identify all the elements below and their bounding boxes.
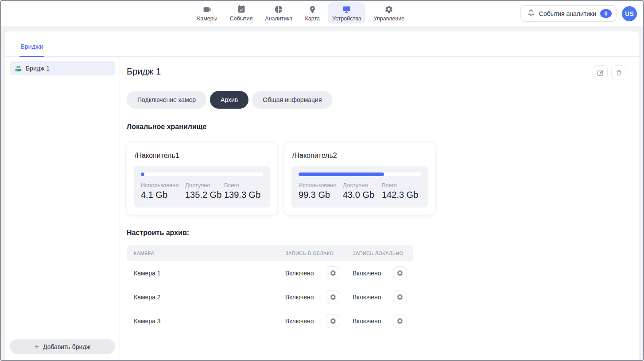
cloud-record-settings-button[interactable]: [326, 314, 340, 328]
drive-name: /Накопитель1: [134, 152, 270, 160]
available-value: 135.2 Gb: [185, 190, 224, 200]
available-value: 43.0 Gb: [343, 190, 382, 200]
header-right: События аналитики 0 US: [520, 5, 637, 22]
panel-body: Бридж 1 + Добавить бридж Бридж 1: [5, 57, 639, 360]
table-row: Камера 1 Включено Включено: [127, 261, 413, 285]
gear-icon: [330, 294, 337, 301]
trash-icon: [615, 69, 622, 76]
title-actions: [593, 65, 626, 80]
used-label: Использовано: [299, 182, 343, 188]
nav-item-management[interactable]: Управление: [370, 2, 409, 24]
cloud-record-status: Включено: [285, 318, 314, 325]
table-header-row: КАМЕРА ЗАПИСЬ В ОБЛАКО ЗАПИСЬ ЛОКАЛЬНО: [127, 245, 413, 261]
monitor-icon: [342, 4, 351, 14]
router-icon: [15, 65, 22, 72]
total-value: 142.3 Gb: [382, 190, 421, 200]
edit-icon: [597, 69, 604, 77]
devices-panel: Бриджи Бридж 1 + Добавить бридж: [5, 31, 639, 360]
nav-label: Управление: [374, 16, 405, 22]
total-label: Всего: [382, 182, 421, 188]
nav-item-analytics[interactable]: Аналитика: [261, 2, 296, 24]
gear-icon: [330, 270, 337, 277]
storage-heading: Локальное хранилище: [127, 123, 626, 131]
column-header-local: ЗАПИСЬ ЛОКАЛЬНО: [353, 251, 413, 256]
archive-table: КАМЕРА ЗАПИСЬ В ОБЛАКО ЗАПИСЬ ЛОКАЛЬНО К…: [127, 245, 413, 333]
title-row: Бридж 1: [127, 65, 626, 80]
nav-label: Карта: [305, 16, 319, 22]
storage-progress-bar: [299, 173, 421, 176]
used-value: 4.1 Gb: [141, 190, 185, 200]
cloud-record-status: Включено: [285, 294, 314, 301]
storage-progress-bar: [141, 173, 263, 176]
drive-name: /Накопитель2: [291, 152, 428, 160]
bridges-sidebar: Бридж 1 + Добавить бридж: [5, 57, 120, 360]
tab-camera-connection[interactable]: Подключение камер: [127, 91, 206, 109]
cloud-record-status: Включено: [285, 270, 314, 277]
nav-label: Камеры: [197, 16, 217, 22]
nav-item-devices[interactable]: Устройства: [328, 2, 365, 24]
gear-icon: [396, 294, 403, 301]
map-pin-icon: [308, 4, 317, 14]
local-record-settings-button[interactable]: [393, 290, 407, 304]
analytics-events-label: События аналитики: [539, 10, 596, 17]
drive-card-1: /Накопитель1 Использовано 4.1 Gb: [127, 143, 277, 215]
drive-stats: Использовано 99.3 Gb Доступно 43.0 Gb Вс…: [291, 166, 428, 208]
nav-item-events[interactable]: События: [226, 2, 257, 24]
bridge-item-label: Бридж 1: [26, 65, 50, 72]
used-value: 99.3 Gb: [299, 190, 343, 200]
edit-bridge-button[interactable]: [593, 65, 608, 80]
total-value: 139.3 Gb: [224, 190, 263, 200]
used-label: Использовано: [141, 182, 185, 188]
column-header-cloud: ЗАПИСЬ В ОБЛАКО: [285, 251, 353, 256]
tab-archive[interactable]: Архив: [210, 91, 248, 109]
tab-general-info[interactable]: Общая информация: [252, 91, 332, 109]
sidebar-item-bridge-1[interactable]: Бридж 1: [10, 61, 115, 75]
analytics-events-button[interactable]: События аналитики 0: [520, 5, 617, 22]
local-record-status: Включено: [353, 270, 381, 277]
main-nav: Камеры События Аналитика Карта: [193, 2, 408, 24]
nav-item-cameras[interactable]: Камеры: [193, 2, 221, 24]
bell-icon: [527, 9, 535, 18]
cloud-record-settings-button[interactable]: [326, 290, 340, 304]
available-label: Доступно: [185, 182, 224, 188]
sidebar-spacer: [10, 75, 115, 339]
drive-card-2: /Накопитель2 Использовано 99.3 Gb: [284, 143, 435, 215]
events-count-badge: 0: [600, 9, 612, 18]
user-avatar[interactable]: US: [622, 6, 637, 21]
nav-item-map[interactable]: Карта: [301, 2, 324, 24]
gear-icon: [330, 318, 337, 325]
panel-tabs: Бриджи: [5, 31, 639, 57]
gear-icon: [396, 318, 403, 325]
add-bridge-label: Добавить бридж: [43, 343, 90, 350]
local-record-settings-button[interactable]: [393, 266, 407, 280]
local-record-settings-button[interactable]: [393, 314, 407, 328]
cloud-record-settings-button[interactable]: [326, 266, 340, 280]
drive-stats: Использовано 4.1 Gb Доступно 135.2 Gb Вс…: [134, 166, 270, 208]
gear-icon: [396, 270, 403, 277]
available-label: Доступно: [343, 182, 382, 188]
top-header: Камеры События Аналитика Карта: [1, 1, 643, 26]
column-header-camera: КАМЕРА: [127, 251, 285, 256]
app-window: Камеры События Аналитика Карта: [0, 0, 644, 361]
camera-name: Камера 1: [127, 270, 285, 277]
video-camera-icon: [202, 4, 212, 14]
nav-label: Аналитика: [265, 16, 292, 22]
storage-progress-fill: [299, 173, 384, 176]
archive-heading: Настроить архив:: [127, 229, 626, 237]
nav-label: Устройства: [332, 16, 361, 22]
gear-icon: [384, 4, 393, 14]
total-label: Всего: [224, 182, 263, 188]
plus-icon: +: [35, 343, 39, 350]
drive-stat-values: Использовано 4.1 Gb Доступно 135.2 Gb Вс…: [141, 182, 263, 200]
add-bridge-button[interactable]: + Добавить бридж: [10, 339, 115, 354]
nav-label: События: [230, 16, 253, 22]
camera-name: Камера 3: [127, 318, 285, 325]
delete-bridge-button[interactable]: [611, 65, 626, 80]
storage-progress-fill: [141, 173, 144, 176]
tab-bridges[interactable]: Бриджи: [19, 43, 44, 56]
page-background: Бриджи Бридж 1 + Добавить бридж: [1, 26, 643, 360]
bridge-tabs: Подключение камер Архив Общая информация: [127, 91, 626, 109]
storage-cards: /Накопитель1 Использовано 4.1 Gb: [127, 143, 626, 215]
table-row: Камера 2 Включено Включено: [127, 285, 413, 309]
page-title: Бридж 1: [127, 65, 161, 77]
